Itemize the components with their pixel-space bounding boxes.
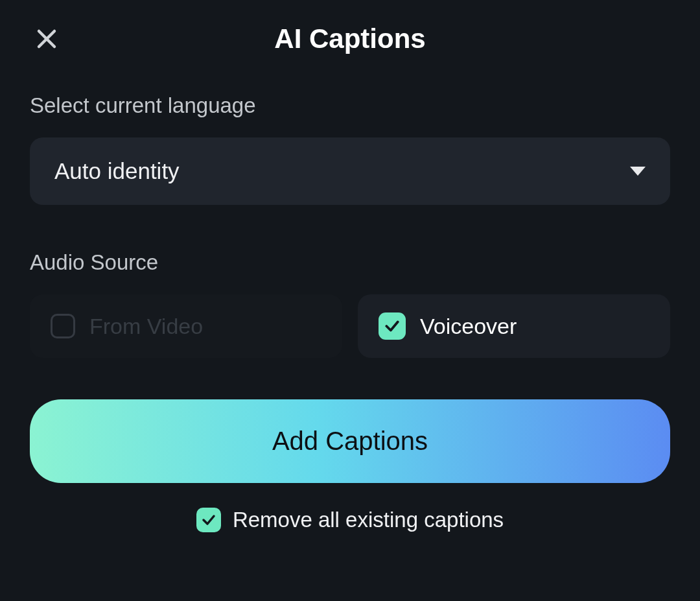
- add-captions-button[interactable]: Add Captions: [30, 399, 670, 483]
- checkbox-unchecked-icon: [51, 314, 75, 338]
- from-video-label: From Video: [89, 314, 203, 339]
- remove-existing-label: Remove all existing captions: [233, 508, 504, 532]
- language-dropdown[interactable]: Auto identity: [30, 137, 670, 205]
- check-icon: [201, 512, 216, 528]
- close-icon: [35, 27, 58, 51]
- check-icon: [384, 318, 401, 335]
- close-button[interactable]: [35, 27, 58, 53]
- audio-option-from-video[interactable]: From Video: [30, 294, 342, 358]
- chevron-down-icon: [630, 167, 646, 176]
- audio-source-options: From Video Voiceover: [30, 294, 670, 358]
- audio-option-voiceover[interactable]: Voiceover: [358, 294, 670, 358]
- language-selected-value: Auto identity: [54, 158, 180, 184]
- voiceover-label: Voiceover: [420, 314, 517, 339]
- language-section-label: Select current language: [30, 93, 670, 118]
- checkbox-checked-icon: [379, 312, 406, 340]
- modal-header: AI Captions: [30, 23, 670, 54]
- audio-section-label: Audio Source: [30, 250, 670, 275]
- checkbox-checked-icon: [196, 508, 221, 532]
- modal-title: AI Captions: [274, 23, 425, 54]
- remove-existing-option[interactable]: Remove all existing captions: [30, 508, 670, 532]
